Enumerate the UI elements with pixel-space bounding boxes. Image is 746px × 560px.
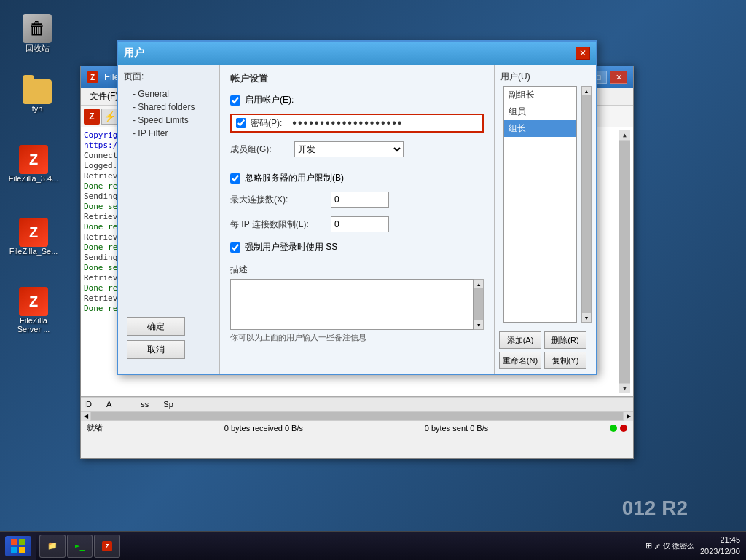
user-list-scrollbar[interactable]: ▲ ▼: [581, 86, 592, 323]
sidebar-item-speed-limits[interactable]: - Speed Limits: [124, 114, 213, 127]
dialog-title: 用户: [124, 47, 144, 60]
scroll-down-arrow[interactable]: ▼: [619, 383, 630, 393]
password-row: 密码(P): ••••••••••••••••••••: [230, 114, 484, 133]
svg-rect-3: [19, 547, 25, 553]
filezilla-server-icon[interactable]: Z FileZilla Server ...: [7, 284, 60, 336]
desktop: 🗑 回收站 tyh Z FileZilla_3.4... Z FileZilla…: [0, 0, 746, 560]
filezilla-34-img: Z: [19, 145, 48, 174]
sidebar-nav: - General - Shared folders - Speed Limit…: [124, 87, 213, 140]
status-text: 就绪: [87, 422, 103, 433]
enable-account-row: 启用帐户(E):: [230, 94, 484, 106]
desc-scroll-thumb[interactable]: [474, 288, 483, 320]
scroll-right-arrow[interactable]: ▶: [623, 412, 633, 421]
filezilla-server-label: FileZilla Server ...: [10, 316, 57, 334]
taskbar-filezilla[interactable]: Z: [94, 535, 120, 558]
user-dialog: 用户 ✕ 页面: - General - Shared folders - Sp…: [117, 40, 597, 375]
sidebar-item-shared-folders[interactable]: - Shared folders: [124, 100, 213, 114]
description-textarea[interactable]: [230, 279, 474, 330]
scroll-left-arrow[interactable]: ◀: [81, 412, 91, 421]
per-ip-limit-row: 每 IP 连接数限制(L):: [230, 216, 484, 232]
per-ip-limit-label: 每 IP 连接数限制(L):: [230, 218, 325, 231]
recycle-bin-icon[interactable]: 🗑 回收站: [11, 11, 63, 57]
user-list-container: 副组长 组员 组长 ▲ ▼: [499, 86, 592, 323]
log-scrollbar[interactable]: ▲ ▼: [619, 130, 630, 393]
desc-scrollbar[interactable]: ▲ ▼: [474, 279, 484, 330]
force-ssl-checkbox[interactable]: [230, 242, 240, 253]
dialog-close-button[interactable]: ✕: [576, 47, 590, 60]
copy-user-button[interactable]: 复制(Y): [544, 352, 586, 369]
account-settings-title: 帐户设置: [230, 72, 484, 85]
enable-account-checkbox[interactable]: [230, 95, 240, 106]
taskbar-fz-icon: Z: [102, 541, 112, 551]
svg-rect-1: [19, 539, 25, 545]
sidebar-item-ip-filter[interactable]: - IP Filter: [124, 127, 213, 140]
start-button[interactable]: [0, 532, 36, 561]
ignore-limits-label: 忽略服务器的用户限制(B): [245, 172, 344, 184]
table-header: ID A ss Sp: [81, 397, 633, 411]
user-action-buttons: 添加(A) 删除(R) 重命名(N) 复制(Y): [495, 327, 596, 374]
taskbar: 📁 ►_ Z ⊞ ⑇ 仅 微密么 21:45 2023/12/30: [0, 531, 746, 560]
col-id: ID: [84, 400, 92, 409]
system-tray: ⊞ ⑇ 仅 微密么: [645, 541, 694, 551]
taskbar-explorer[interactable]: 📁: [39, 535, 66, 558]
password-label: 密码(P):: [251, 117, 282, 130]
max-connections-input[interactable]: [331, 192, 389, 208]
delete-user-button[interactable]: 删除(R): [544, 331, 586, 349]
taskbar-right: ⊞ ⑇ 仅 微密么 21:45 2023/12/30: [640, 535, 746, 557]
ok-button[interactable]: 确定: [127, 317, 185, 336]
explorer-icon: 📁: [47, 541, 58, 551]
status-dot-red: [620, 425, 627, 432]
taskbar-cmd[interactable]: ►_: [67, 535, 93, 558]
tray-icon-1: ⑇: [655, 542, 660, 551]
scroll-thumb[interactable]: [619, 141, 630, 383]
desc-scroll-down[interactable]: ▼: [474, 320, 483, 329]
status-dot-green: [610, 425, 617, 432]
sidebar-footer-buttons: 确定 取消: [127, 317, 185, 359]
group-select[interactable]: 开发 管理员 用户: [294, 141, 404, 157]
filezilla-34-icon[interactable]: Z FileZilla_3.4...: [7, 142, 60, 186]
ignore-limits-checkbox[interactable]: [230, 173, 240, 184]
user-list-panel: 用户(U) 副组长 组员 组长 ▲ ▼ 添加(A): [494, 65, 596, 374]
os-watermark: 012 R2: [622, 497, 688, 520]
user-scroll-down[interactable]: ▼: [582, 313, 591, 322]
cmd-icon: ►_: [75, 541, 85, 551]
network-icon: ⊞: [645, 541, 652, 551]
user-scroll-up[interactable]: ▲: [582, 87, 591, 95]
add-user-button[interactable]: 添加(A): [499, 331, 541, 349]
user-list: 副组长 组员 组长: [503, 86, 577, 323]
toolbar-connect-icon[interactable]: ⚡: [101, 109, 117, 125]
filezilla-logo: Z: [87, 71, 98, 83]
recycle-icon-img: 🗑: [23, 14, 52, 43]
start-button-inner[interactable]: [5, 536, 31, 556]
col-sp: Sp: [163, 400, 173, 409]
filezilla-se-label: FileZilla_Se...: [9, 247, 58, 256]
folder-icon-img: [23, 79, 52, 104]
user-item-deputy[interactable]: 副组长: [504, 87, 576, 103]
dialog-sidebar: 页面: - General - Shared folders - Speed L…: [118, 65, 220, 374]
svg-rect-2: [11, 547, 17, 553]
user-scroll-thumb[interactable]: [582, 95, 591, 313]
filezilla-se-icon[interactable]: Z FileZilla_Se...: [7, 215, 60, 259]
col-ss: ss: [141, 400, 149, 409]
filezilla-34-label: FileZilla_3.4...: [9, 174, 58, 183]
h-scroll-thumb[interactable]: [91, 412, 623, 420]
clock-time: 21:45: [720, 535, 740, 545]
desc-scroll-up[interactable]: ▲: [474, 280, 483, 288]
user-item-member[interactable]: 组员: [504, 103, 576, 120]
status-bar: 就绪 0 bytes received 0 B/s 0 bytes sent 0…: [81, 420, 633, 435]
recycle-bin-label: 回收站: [25, 43, 50, 54]
scroll-up-arrow[interactable]: ▲: [619, 130, 630, 141]
password-checkbox[interactable]: [236, 118, 246, 128]
horizontal-scrollbar[interactable]: ◀ ▶: [81, 411, 633, 420]
enable-account-label: 启用帐户(E):: [245, 94, 294, 106]
rename-user-button[interactable]: 重命名(N): [499, 352, 541, 369]
folder-tyh-icon[interactable]: tyh: [11, 76, 63, 116]
per-ip-limit-input[interactable]: [331, 216, 389, 232]
sidebar-item-general[interactable]: - General: [124, 87, 213, 100]
cancel-button[interactable]: 取消: [127, 340, 185, 359]
close-button[interactable]: ✕: [610, 71, 627, 84]
folder-tyh-label: tyh: [32, 104, 43, 113]
user-item-leader[interactable]: 组长: [504, 120, 576, 137]
taskbar-apps: 📁 ►_ Z: [36, 535, 640, 558]
sidebar-label: 页面:: [124, 71, 213, 83]
